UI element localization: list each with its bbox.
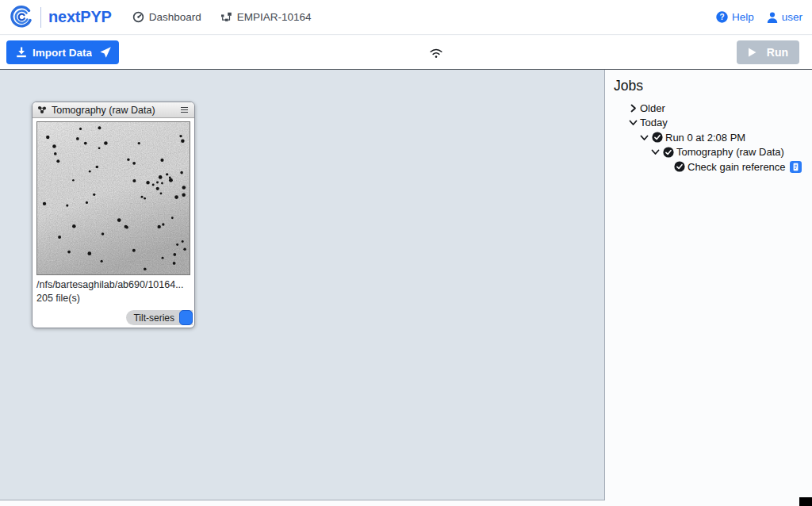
top-navigation-bar: nextPYP Dashboard xyxy=(0,0,812,35)
chevron-icon[interactable] xyxy=(628,104,638,113)
help-link[interactable]: ? Help xyxy=(716,11,754,23)
file-import-icon xyxy=(16,47,27,58)
jobs-panel-title: Jobs xyxy=(614,78,804,94)
job-tree-item[interactable]: Older xyxy=(612,101,804,116)
nav-project[interactable]: EMPIAR-10164 xyxy=(220,11,312,23)
tilt-series-toggle-label: Tilt-series xyxy=(133,312,174,324)
block-data-path: /nfs/bartesaghilab/ab690/10164... xyxy=(36,279,190,290)
job-tree-item-label: Tomography (raw Data) xyxy=(676,146,784,158)
brand-logo[interactable]: nextPYP xyxy=(10,6,112,29)
jobs-panel: Jobs Older Today Run 0 at 2:08 PM Tomogr… xyxy=(606,70,812,506)
nav-dashboard[interactable]: Dashboard xyxy=(132,11,201,23)
gauge-icon xyxy=(132,11,144,23)
nav-links: Dashboard EMPIAR-10164 xyxy=(132,11,312,23)
chevron-icon[interactable] xyxy=(639,133,649,142)
block-card-header[interactable]: Tomography (raw Data) xyxy=(33,102,194,118)
log-file-badge-icon[interactable] xyxy=(790,161,802,173)
tomography-block-card[interactable]: Tomography (raw Data) xyxy=(32,102,195,328)
brand-wordmark: nextPYP xyxy=(48,8,112,26)
user-menu[interactable]: user xyxy=(767,11,802,23)
help-link-label: Help xyxy=(732,11,754,23)
user-menu-label: user xyxy=(782,11,802,23)
job-tree-item-label: Today xyxy=(640,117,668,128)
import-data-button[interactable]: Import Data xyxy=(6,40,102,64)
paper-plane-icon xyxy=(99,46,112,59)
wave-swirl-icon xyxy=(10,6,33,29)
tilt-series-toggle-knob[interactable] xyxy=(179,310,193,325)
block-file-count: 205 file(s) xyxy=(36,293,190,304)
block-card-body: /nfs/bartesaghilab/ab690/10164... 205 fi… xyxy=(33,118,194,326)
job-tree-item-label: Run 0 at 2:08 PM xyxy=(665,132,745,144)
job-tree-item-label: Check gain reference xyxy=(688,161,786,173)
check-circle-icon xyxy=(662,147,675,158)
run-button[interactable]: Run xyxy=(737,40,799,64)
person-icon xyxy=(767,12,778,23)
job-tree-item[interactable]: Today xyxy=(612,116,804,131)
scrollbar-corner xyxy=(799,497,812,506)
jobs-tree: Older Today Run 0 at 2:08 PM Tomography … xyxy=(612,101,804,174)
play-icon xyxy=(748,48,756,57)
job-tree-item[interactable]: Run 0 at 2:08 PM xyxy=(612,130,804,145)
nav-dashboard-label: Dashboard xyxy=(149,11,201,23)
run-button-label: Run xyxy=(767,46,788,59)
check-circle-icon xyxy=(651,132,664,143)
svg-text:?: ? xyxy=(719,13,724,21)
project-diagram-icon xyxy=(220,12,232,23)
check-circle-icon xyxy=(673,161,686,172)
nav-project-label: EMPIAR-10164 xyxy=(237,11,312,23)
job-tree-item[interactable]: Check gain reference xyxy=(612,159,804,174)
connection-status-icon xyxy=(429,47,443,59)
navigate-button[interactable] xyxy=(92,40,119,64)
brand-divider xyxy=(40,7,41,28)
import-data-label: Import Data xyxy=(33,47,92,59)
project-toolbar: Import Data Run xyxy=(0,36,812,70)
chevron-icon[interactable] xyxy=(650,148,661,156)
micrograph-thumbnail[interactable] xyxy=(36,121,190,275)
block-card-title: Tomography (raw Data) xyxy=(52,105,174,116)
question-circle-icon: ? xyxy=(716,11,728,23)
job-tree-item[interactable]: Tomography (raw Data) xyxy=(612,145,804,160)
block-menu-icon[interactable] xyxy=(179,105,190,114)
chevron-icon[interactable] xyxy=(628,118,638,127)
block-toggle-row: Tilt-series xyxy=(36,310,190,326)
project-canvas[interactable]: Tomography (raw Data) xyxy=(0,70,605,500)
job-tree-item-label: Older xyxy=(640,102,665,114)
tilt-series-toggle[interactable]: Tilt-series xyxy=(126,310,193,325)
nav-right-links: ? Help user xyxy=(716,11,802,23)
molecule-icon xyxy=(37,105,47,114)
nextpyp-app: nextPYP Dashboard xyxy=(0,0,812,506)
